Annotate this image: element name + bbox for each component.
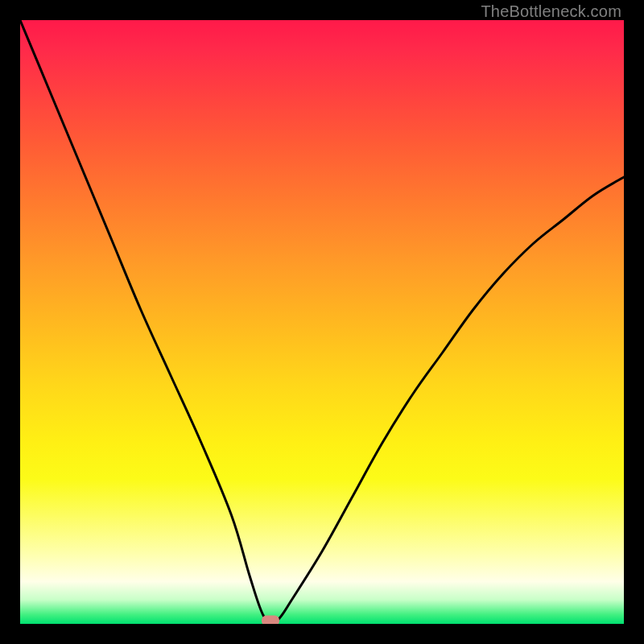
bottleneck-curve <box>20 20 624 624</box>
watermark-text: TheBottleneck.com <box>481 2 621 21</box>
chart-frame: TheBottleneck.com <box>0 0 644 644</box>
curve-layer <box>20 20 624 624</box>
minimum-marker <box>262 616 279 625</box>
plot-area <box>20 20 624 624</box>
